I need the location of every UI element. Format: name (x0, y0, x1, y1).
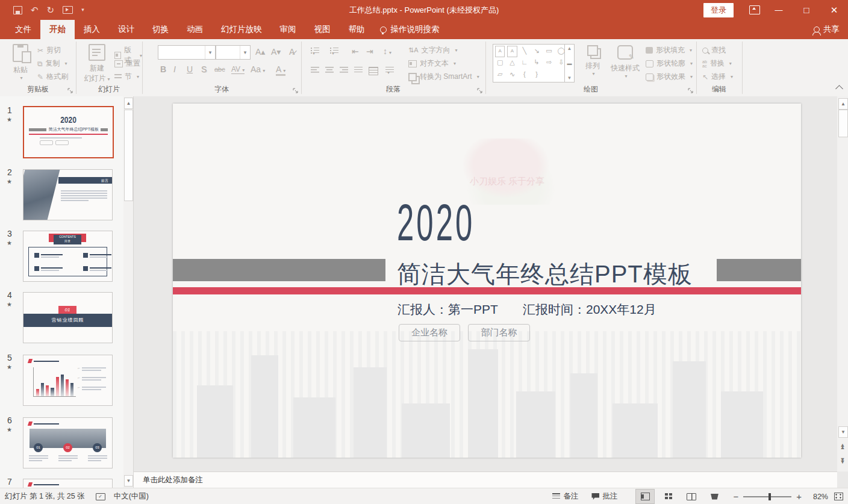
slideshow-view-button[interactable] (705, 490, 723, 503)
slide-year-text[interactable]: 2020 (397, 193, 475, 252)
shape-elbow-connector-icon[interactable]: ∟ (520, 57, 529, 69)
login-button[interactable]: 登录 (703, 3, 734, 17)
comments-toggle[interactable]: 批注 (591, 491, 617, 502)
reading-view-button[interactable] (682, 490, 700, 503)
language-indicator[interactable]: 中文(中国) (114, 491, 149, 502)
scrollbar-thumb[interactable] (124, 110, 133, 201)
ribbon-display-options-icon[interactable] (749, 5, 760, 14)
section-button[interactable]: 节 (114, 72, 139, 82)
scroll-down-icon[interactable]: ▼ (838, 426, 848, 438)
numbering-button[interactable] (330, 48, 338, 54)
tab-view[interactable]: 视图 (305, 20, 340, 39)
customize-qat-chevron-icon[interactable]: ▾ (81, 7, 84, 13)
department-name-tag[interactable]: 部门名称 (468, 324, 530, 341)
tab-animations[interactable]: 动画 (178, 20, 212, 39)
slide-sorter-view-button[interactable] (659, 490, 678, 503)
tell-me-search[interactable]: 操作说明搜索 (374, 20, 446, 39)
grow-font-button[interactable]: A▴ (255, 47, 265, 57)
shape-parallelogram-icon[interactable]: ▱ (495, 69, 505, 81)
shape-elbow-arrow-icon[interactable]: ↳ (532, 57, 541, 69)
shape-textbox-icon[interactable]: A (495, 46, 505, 57)
editor-scrollbar[interactable]: ▲ ▼ ▲▲ ▼▼ (837, 96, 848, 471)
character-spacing-button[interactable]: AV (231, 65, 245, 74)
zoom-level[interactable]: 82% (808, 493, 828, 501)
shape-fill-button[interactable]: 形状填充 (646, 45, 692, 55)
distribute-button[interactable] (369, 67, 378, 75)
fit-slide-to-window-icon[interactable] (834, 493, 843, 500)
font-name-combo[interactable]: ▾ (158, 45, 216, 60)
shape-left-brace-icon[interactable]: { (520, 69, 529, 81)
zoom-slider-thumb[interactable] (768, 493, 771, 500)
quick-styles-button[interactable]: 快速样式 (608, 45, 642, 79)
convert-smartart-button[interactable]: 转换为 SmartArt (408, 72, 479, 82)
decrease-indent-button[interactable]: ⇤ (352, 46, 359, 56)
drawing-dialog-launcher-icon[interactable] (688, 88, 694, 94)
change-case-button[interactable]: Aa (251, 64, 265, 74)
strikethrough-button[interactable]: abc (214, 66, 225, 73)
next-slide-button[interactable]: ▼▼ (838, 455, 847, 466)
redo-icon[interactable]: ↻ (47, 5, 55, 14)
gallery-down-icon[interactable]: ▼ (567, 75, 572, 81)
slide-thumbnail-5[interactable]: ← ← ← (23, 355, 113, 406)
save-icon[interactable] (13, 6, 22, 14)
tab-design[interactable]: 设计 (109, 20, 143, 39)
chevron-down-icon[interactable]: ▾ (205, 46, 215, 59)
spellcheck-icon[interactable]: ✓ (96, 493, 105, 500)
maximize-button[interactable]: □ (793, 0, 820, 20)
new-slide-button[interactable]: 新建 幻灯片 (82, 44, 112, 84)
share-button[interactable]: 共享 (814, 20, 840, 39)
gallery-up-icon[interactable]: ▲ (567, 46, 572, 51)
justify-button[interactable] (354, 67, 363, 73)
scroll-down-icon[interactable]: ▼ (124, 475, 133, 487)
shape-outline-button[interactable]: 形状轮廓 (646, 58, 693, 69)
italic-button[interactable]: I (173, 64, 176, 74)
close-button[interactable]: ✕ (820, 0, 848, 20)
text-shadow-button[interactable]: S (201, 64, 207, 74)
align-center-button[interactable] (325, 67, 334, 73)
paragraph-dialog-launcher-icon[interactable] (477, 88, 483, 94)
shapes-gallery[interactable]: A A ╲ ↘ ▭ ◯ ▢ △ ∟ ↳ ⇨ ⇩ ▱ ∿ { } (493, 44, 569, 82)
text-direction-button[interactable]: ⇅A 文字方向 (408, 45, 458, 55)
font-size-combo[interactable]: ▾ (216, 45, 251, 60)
clipboard-dialog-launcher-icon[interactable] (67, 88, 73, 94)
shape-curve-icon[interactable]: ∿ (507, 69, 517, 81)
shape-right-arrow-icon[interactable]: ⇨ (544, 57, 553, 69)
cut-button[interactable]: ✂ 剪切 (37, 45, 61, 55)
reset-button[interactable]: 重置 (114, 58, 140, 69)
columns-button[interactable] (385, 67, 394, 73)
notes-placeholder[interactable]: 单击此处添加备注 (143, 475, 203, 485)
slide-thumbnail-1[interactable]: 2020 简洁大气年终总结PPT模板 (23, 106, 114, 158)
tab-help[interactable]: 帮助 (340, 20, 374, 39)
presenter-text[interactable]: 汇报人：第一PPT (398, 301, 498, 318)
shape-triangle-icon[interactable]: △ (507, 57, 517, 69)
copy-button[interactable]: ⧉ 复制 (37, 58, 67, 69)
paste-button[interactable]: 粘贴 (7, 44, 34, 81)
format-painter-button[interactable]: ✎ 格式刷 (37, 72, 68, 82)
shape-vertical-textbox-icon[interactable]: A (507, 46, 517, 57)
slide-canvas[interactable]: 小刀娱乐 乐于分享 2020 简洁大气年终总结PPT模板 汇报人：第一PPT 汇… (173, 104, 801, 458)
start-slideshow-icon[interactable] (63, 6, 73, 14)
zoom-in-button[interactable]: + (796, 491, 802, 502)
shape-effects-button[interactable]: 形状效果 (646, 72, 693, 82)
scroll-up-icon[interactable]: ▲ (124, 98, 133, 109)
shapes-gallery-scrollbar[interactable]: ▲ ▬ ▼ (564, 44, 575, 82)
underline-button[interactable]: U (187, 64, 193, 74)
minimize-button[interactable]: — (765, 0, 793, 20)
tab-file[interactable]: 文件 (6, 20, 40, 39)
collapse-ribbon-icon[interactable] (835, 85, 843, 93)
align-right-button[interactable] (340, 67, 348, 73)
scroll-up-icon[interactable]: ▲ (838, 98, 848, 110)
slide-thumbnail-2[interactable]: 前言 (23, 169, 113, 220)
notes-toggle[interactable]: 备注 (552, 491, 578, 502)
zoom-slider[interactable] (743, 496, 791, 497)
align-text-button[interactable]: 对齐文本 (408, 58, 456, 69)
slide-thumbnail-7[interactable] (23, 479, 113, 488)
notes-pane[interactable]: 单击此处添加备注 (134, 471, 837, 488)
clear-formatting-button[interactable]: A̷ (289, 47, 295, 57)
shape-rounded-rectangle-icon[interactable]: ▢ (495, 57, 505, 69)
shape-arrow-icon[interactable]: ↘ (532, 46, 541, 57)
slide-title-text[interactable]: 简洁大气年终总结PPT模板 (397, 258, 693, 291)
slide-thumbnail-6[interactable]: 01 02 03 (23, 417, 113, 468)
shape-rectangle-icon[interactable]: ▭ (544, 46, 553, 57)
font-color-button[interactable]: A (276, 64, 285, 76)
